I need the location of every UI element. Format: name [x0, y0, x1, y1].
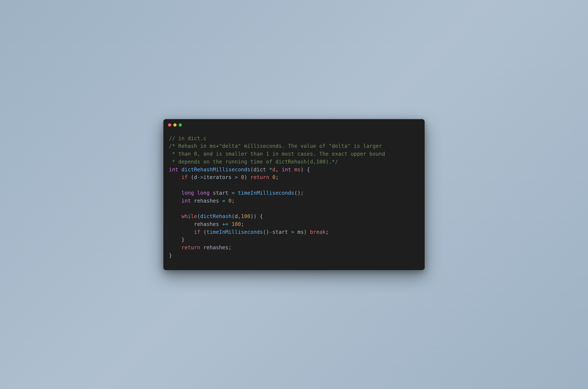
- code-line: * than 0, and is smaller than 1 in most …: [169, 150, 419, 158]
- code-token: rehashes: [191, 198, 222, 204]
- code-token: int: [169, 166, 178, 173]
- code-token: ->: [197, 174, 204, 180]
- code-token: >: [235, 174, 238, 180]
- code-token: >: [291, 229, 294, 235]
- code-line: if (d->iterators > 0) return 0;: [169, 173, 419, 181]
- code-token: [225, 198, 229, 204]
- code-token: long: [181, 190, 194, 196]
- code-token: rehashes: [200, 244, 229, 251]
- code-token: 100: [232, 221, 241, 227]
- code-token: (): [263, 229, 269, 235]
- code-token: if: [194, 229, 200, 235]
- code-token: [169, 213, 181, 219]
- code-token: ;: [232, 198, 235, 204]
- code-token: ,: [276, 166, 282, 173]
- code-token: timeInMilliseconds: [238, 190, 294, 196]
- code-line: return rehashes;: [169, 244, 419, 252]
- code-token: ms: [294, 229, 304, 235]
- code-token: 0: [241, 174, 244, 180]
- code-content[interactable]: // in dict.c/* Rehash in ms+"delta" mill…: [163, 127, 425, 270]
- code-line: }: [169, 252, 419, 259]
- code-token: start: [272, 229, 291, 235]
- code-token: [228, 221, 232, 227]
- code-line: if (timeInMilliseconds()-start > ms) bre…: [169, 228, 419, 236]
- code-token: [200, 229, 204, 235]
- code-token: break: [310, 229, 326, 235]
- code-token: ms: [294, 166, 301, 173]
- code-token: [178, 166, 181, 173]
- code-token: start: [210, 190, 232, 196]
- code-token: )) {: [250, 213, 263, 219]
- code-line: int dictRehashMilliseconds(dict *d, int …: [169, 166, 419, 174]
- code-token: ): [304, 229, 310, 235]
- code-line: }: [169, 236, 419, 244]
- window-titlebar: [163, 119, 425, 127]
- close-icon[interactable]: [168, 123, 171, 127]
- code-token: =: [222, 198, 225, 204]
- code-token: 100: [241, 213, 250, 219]
- code-line: int rehashes = 0;: [169, 197, 419, 205]
- maximize-icon[interactable]: [179, 123, 182, 127]
- minimize-icon[interactable]: [173, 123, 176, 127]
- code-token: *: [269, 166, 272, 173]
- code-token: }: [169, 252, 172, 259]
- code-token: if: [181, 174, 188, 180]
- code-token: ) {: [301, 166, 310, 173]
- code-line: long long start = timeInMilliseconds();: [169, 189, 419, 197]
- code-token: dict: [253, 166, 269, 173]
- code-token: while: [181, 213, 197, 219]
- code-token: [169, 244, 181, 251]
- code-line: while(dictRehash(d,100)) {: [169, 213, 419, 220]
- code-token: (: [250, 166, 254, 173]
- code-line: rehashes += 100;: [169, 220, 419, 228]
- code-token: [269, 174, 272, 180]
- code-token: ;: [241, 221, 244, 227]
- code-token: timeInMilliseconds: [207, 229, 263, 235]
- code-window: // in dict.c/* Rehash in ms+"delta" mill…: [163, 119, 425, 270]
- code-token: iterators: [203, 174, 235, 180]
- code-token: return: [181, 244, 200, 251]
- code-token: // in dict.c: [169, 135, 207, 141]
- code-token: 0: [228, 198, 232, 204]
- code-token: (: [197, 213, 200, 219]
- code-token: [188, 174, 191, 180]
- code-token: long: [197, 190, 210, 196]
- code-token: ): [244, 174, 250, 180]
- code-token: +=: [222, 221, 229, 227]
- code-token: * depends on the running time of dictReh…: [169, 159, 338, 165]
- code-token: dictRehashMilliseconds: [181, 166, 250, 173]
- code-token: /* Rehash in ms+"delta" milliseconds. Th…: [169, 143, 382, 149]
- code-token: [169, 174, 181, 180]
- code-token: ;: [228, 244, 232, 251]
- code-token: }: [169, 236, 185, 243]
- code-token: (d,: [232, 213, 241, 219]
- code-token: [194, 190, 197, 196]
- code-token: d: [272, 166, 276, 173]
- code-token: [169, 229, 194, 235]
- code-line: /* Rehash in ms+"delta" milliseconds. Th…: [169, 142, 419, 150]
- code-token: [238, 174, 241, 180]
- code-token: dictRehash: [200, 213, 232, 219]
- code-token: * than 0, and is smaller than 1 in most …: [169, 151, 385, 157]
- code-token: [169, 190, 181, 196]
- code-token: ;: [326, 229, 329, 235]
- code-line: // in dict.c: [169, 135, 419, 142]
- code-token: int: [282, 166, 291, 173]
- code-token: =: [232, 190, 235, 196]
- code-token: [169, 198, 181, 204]
- code-line: [169, 205, 419, 213]
- code-token: -: [269, 229, 272, 235]
- code-token: ();: [294, 190, 304, 196]
- code-token: [235, 190, 238, 196]
- code-token: 0: [272, 174, 276, 180]
- code-token: ;: [276, 174, 279, 180]
- code-token: return: [250, 174, 269, 180]
- code-line: * depends on the running time of dictReh…: [169, 158, 419, 166]
- code-token: (d: [191, 174, 197, 180]
- code-token: rehashes: [169, 221, 222, 227]
- code-token: (: [203, 229, 207, 235]
- code-line: [169, 181, 419, 189]
- code-token: int: [181, 198, 191, 204]
- code-token: [291, 166, 294, 173]
